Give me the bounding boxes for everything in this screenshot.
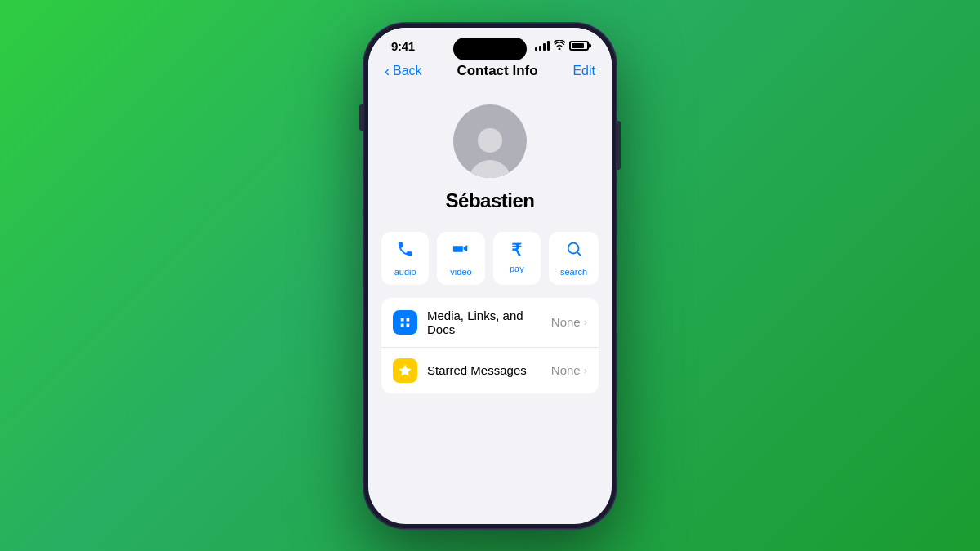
avatar bbox=[453, 104, 527, 178]
status-bar: 9:41 bbox=[368, 28, 612, 60]
list-section: Media, Links, and Docs None › Starred Me… bbox=[381, 298, 599, 393]
avatar-head bbox=[478, 128, 502, 153]
starred-chevron-icon: › bbox=[584, 364, 587, 376]
avatar-body bbox=[469, 160, 511, 178]
search-label: search bbox=[560, 267, 587, 277]
media-links-docs-label: Media, Links, and Docs bbox=[427, 309, 541, 336]
avatar-person bbox=[478, 128, 502, 154]
audio-label: audio bbox=[394, 267, 416, 277]
edit-button[interactable]: Edit bbox=[572, 64, 595, 78]
action-audio-button[interactable]: audio bbox=[381, 232, 429, 285]
action-video-button[interactable]: video bbox=[437, 232, 484, 285]
pay-icon: ₹ bbox=[511, 240, 522, 260]
action-search-button[interactable]: search bbox=[549, 232, 599, 285]
battery-fill bbox=[572, 43, 584, 48]
contact-name: Sébastien bbox=[446, 189, 535, 212]
media-icon bbox=[393, 310, 417, 335]
video-icon bbox=[452, 240, 470, 263]
media-chevron-icon: › bbox=[584, 316, 587, 328]
action-pay-button[interactable]: ₹ pay bbox=[493, 232, 541, 285]
status-icons bbox=[535, 40, 589, 52]
audio-icon bbox=[396, 240, 414, 263]
video-label: video bbox=[450, 267, 471, 277]
back-button[interactable]: ‹ Back bbox=[385, 63, 422, 80]
starred-messages-label: Starred Messages bbox=[427, 363, 541, 377]
chevron-left-icon: ‹ bbox=[385, 63, 390, 80]
phone-screen: 9:41 bbox=[368, 28, 612, 524]
list-item[interactable]: Media, Links, and Docs None › bbox=[381, 298, 599, 348]
starred-messages-value: None › bbox=[551, 363, 587, 377]
nav-title: Contact Info bbox=[457, 63, 537, 79]
dynamic-island bbox=[453, 38, 527, 60]
starred-none-value: None bbox=[551, 363, 581, 377]
wifi-icon bbox=[554, 40, 565, 52]
phone-outer: 9:41 bbox=[363, 23, 617, 529]
search-icon bbox=[565, 240, 583, 263]
list-item[interactable]: Starred Messages None › bbox=[381, 348, 599, 393]
pay-label: pay bbox=[510, 264, 524, 273]
back-label: Back bbox=[393, 64, 422, 78]
nav-bar: ‹ Back Contact Info Edit bbox=[368, 60, 612, 88]
media-links-docs-value: None › bbox=[551, 315, 587, 329]
status-time: 9:41 bbox=[391, 39, 415, 53]
actions-row: audio video ₹ pay bbox=[368, 232, 612, 285]
star-icon bbox=[393, 358, 417, 383]
media-none-value: None bbox=[551, 315, 581, 329]
contact-area: Sébastien bbox=[368, 88, 612, 232]
signal-bars-icon bbox=[535, 41, 550, 51]
battery-icon bbox=[569, 41, 589, 51]
